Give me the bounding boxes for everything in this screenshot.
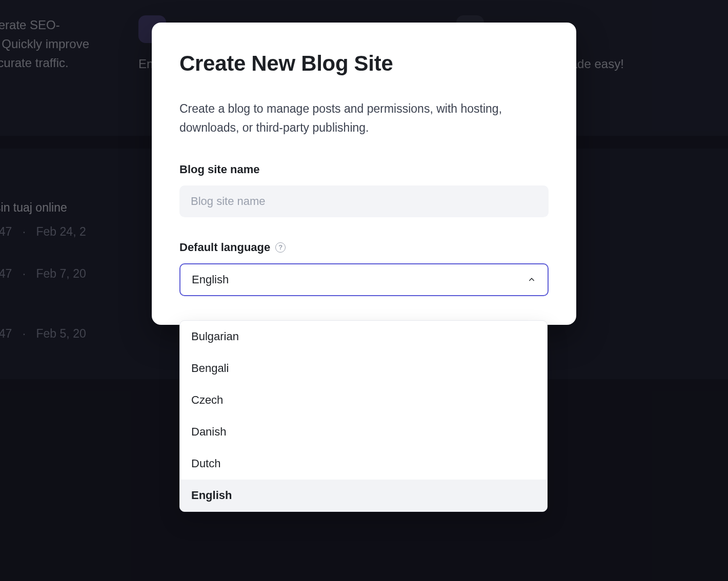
language-option-czech[interactable]: Czech (180, 384, 547, 416)
language-option-danish[interactable]: Danish (180, 416, 547, 448)
language-option-english[interactable]: English (180, 480, 547, 511)
blog-name-input[interactable] (179, 185, 549, 217)
language-dropdown: Bulgarian Bengali Czech Danish Dutch Eng… (179, 320, 548, 512)
language-option-dutch[interactable]: Dutch (180, 448, 547, 480)
question-circle-icon[interactable]: ? (275, 242, 286, 253)
default-language-label: Default language ? (179, 241, 549, 254)
language-selected-value: English (192, 273, 229, 286)
create-blog-modal: Create New Blog Site Create a blog to ma… (152, 23, 576, 325)
label-text: Default language (179, 241, 270, 254)
chevron-up-icon (527, 275, 536, 284)
language-option-bengali[interactable]: Bengali (180, 352, 547, 384)
modal-overlay[interactable]: Create New Blog Site Create a blog to ma… (0, 0, 728, 581)
modal-title: Create New Blog Site (179, 51, 549, 76)
blog-name-label: Blog site name (179, 163, 549, 176)
label-text: Blog site name (179, 163, 259, 176)
language-select[interactable]: English (179, 263, 549, 296)
language-option-bulgarian[interactable]: Bulgarian (180, 321, 547, 352)
modal-description: Create a blog to manage posts and permis… (179, 99, 549, 137)
